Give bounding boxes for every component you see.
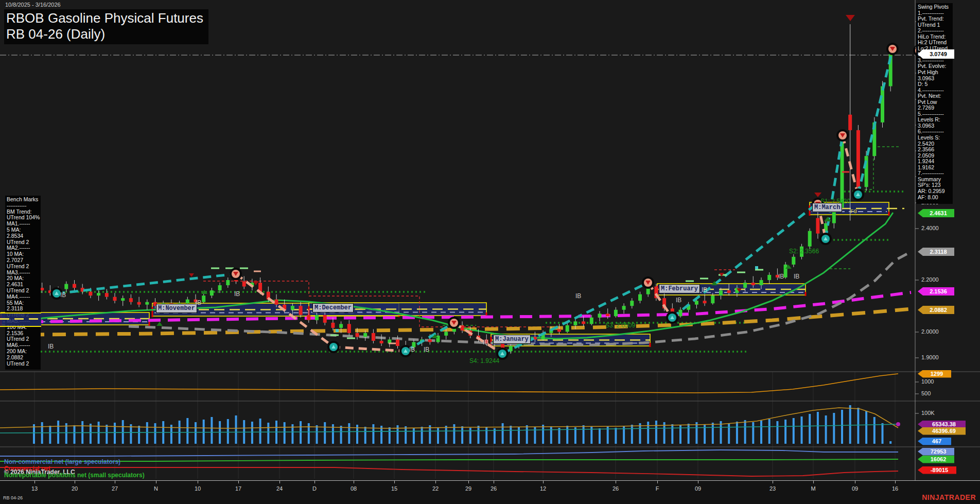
month-band-label: M:December bbox=[312, 303, 354, 312]
cot-noncommercial-line bbox=[0, 450, 898, 456]
swing-pivots-line: Swing Pivots bbox=[918, 4, 953, 10]
time-axis-tick bbox=[543, 481, 544, 483]
sell-triangle-marker bbox=[814, 193, 821, 197]
time-axis-label: 13 bbox=[31, 485, 38, 492]
candle-body bbox=[105, 293, 109, 297]
candle-body bbox=[347, 324, 351, 333]
price-marker-box: 467 bbox=[918, 438, 951, 445]
candle-body bbox=[743, 283, 747, 288]
bench-marks-line: 200 MA: bbox=[7, 349, 41, 355]
candle-body bbox=[331, 323, 335, 328]
candle-body bbox=[145, 302, 149, 305]
candle-body bbox=[380, 341, 383, 343]
band-centerline bbox=[0, 318, 41, 320]
bench-marks-panel: Bench Marks-----------BM Trend:UTrend 10… bbox=[5, 196, 41, 370]
swing-pivots-line: AR: 0.2959 bbox=[918, 188, 953, 195]
candle-body bbox=[218, 285, 222, 290]
price-marker-box: 46396.69 bbox=[918, 427, 966, 435]
candle-body bbox=[590, 318, 593, 324]
candle-body bbox=[113, 297, 117, 301]
candle-body bbox=[275, 300, 278, 305]
time-axis-label: 20 bbox=[72, 485, 78, 492]
time-axis-label: M bbox=[811, 485, 815, 492]
candle-body bbox=[751, 283, 755, 285]
indicator2-line bbox=[0, 374, 898, 393]
ib-bar-label: IB bbox=[409, 346, 415, 353]
ib-bar-label: IB bbox=[48, 343, 54, 350]
support-level-label: S2: 2.3566 bbox=[789, 248, 819, 255]
ib-bar-label: IB bbox=[196, 299, 201, 306]
buy-triangle-marker bbox=[156, 322, 163, 326]
date-range-label: 10/8/2025 - 3/16/2026 bbox=[5, 2, 61, 8]
instrument-title: RBOB Gasoline Physical Futures bbox=[6, 10, 203, 26]
candle-body bbox=[784, 265, 787, 277]
swing-pivots-line: D: 5 bbox=[918, 81, 953, 88]
time-axis-tick bbox=[198, 481, 198, 483]
price-marker-box: 2.4631 bbox=[918, 209, 954, 217]
candle-body bbox=[64, 284, 68, 289]
candle-body bbox=[760, 280, 763, 285]
ib-bar-label: IB bbox=[676, 297, 681, 304]
candle-body bbox=[573, 321, 577, 325]
bench-marks-line: UTrend 2 bbox=[7, 264, 41, 270]
bench-marks-line: ----------- bbox=[7, 203, 41, 209]
axis-tick-label: 2.2000 bbox=[921, 276, 939, 283]
time-axis-tick bbox=[394, 481, 395, 483]
axis-tick-label: 1.9000 bbox=[921, 354, 939, 360]
swing-pivots-line: Levels S: bbox=[918, 135, 953, 141]
axis-tick-label: 2.4000 bbox=[921, 225, 939, 231]
support-level-label: S4: 1.9244 bbox=[469, 357, 499, 364]
candle-body bbox=[792, 257, 795, 265]
candle-body bbox=[444, 332, 448, 336]
indicator3-end-dot bbox=[896, 422, 900, 426]
time-axis-label: 24 bbox=[276, 485, 283, 492]
candle-body bbox=[566, 325, 569, 332]
candle-body bbox=[428, 339, 432, 342]
candle-body bbox=[767, 275, 771, 280]
cot-legend-label: Non-commercial net (large speculators) bbox=[4, 458, 120, 465]
time-axis-label: 16 bbox=[892, 485, 898, 492]
time-axis-label: F bbox=[656, 485, 659, 492]
sell-triangle-marker bbox=[189, 273, 194, 277]
time-axis-tick bbox=[279, 481, 280, 483]
bench-marks-line: 5 MA: bbox=[7, 227, 41, 233]
time-axis-label: 10 bbox=[195, 485, 201, 492]
candle-body bbox=[727, 290, 731, 293]
ib-bar-label: IB bbox=[424, 346, 429, 353]
candle-body bbox=[315, 315, 319, 320]
time-axis-tick bbox=[616, 481, 616, 483]
time-axis-label: 23 bbox=[769, 485, 776, 492]
candle-body bbox=[226, 280, 230, 285]
contract-title: RB 04-26 (Daily) bbox=[6, 26, 203, 42]
bench-marks-line: UTrend 2 bbox=[7, 288, 41, 294]
indicator3-teal-line bbox=[0, 424, 898, 433]
swing-pivots-line: AF: 8.00 bbox=[918, 195, 953, 201]
candle-body bbox=[582, 321, 585, 324]
time-axis-tick bbox=[494, 481, 494, 483]
price-marker-box: 2.0882 bbox=[918, 306, 954, 314]
price-marker-box: -89015 bbox=[918, 466, 956, 474]
cot-nonreportable-line bbox=[0, 459, 898, 461]
time-axis-tick bbox=[813, 481, 814, 483]
october-band-overlay bbox=[0, 312, 41, 327]
month-band-label: M:January bbox=[493, 335, 531, 344]
candle-body bbox=[816, 218, 819, 234]
ib-bar-label: IB bbox=[575, 292, 581, 300]
time-axis-tick bbox=[435, 481, 436, 483]
chart-canvas[interactable] bbox=[0, 0, 980, 480]
time-axis-label: 09 bbox=[695, 485, 701, 492]
time-axis[interactable]: RB 04-26 NINJATRADER 132027N101724D08152… bbox=[0, 480, 980, 504]
bench-marks-line: UTrend 2 bbox=[7, 361, 41, 367]
ib-bar-label: IB bbox=[702, 286, 707, 293]
time-axis-label: D bbox=[312, 485, 317, 492]
swing-zigzag-line bbox=[858, 49, 892, 195]
time-axis-label: 08 bbox=[351, 485, 357, 492]
time-axis-label: 26 bbox=[612, 485, 619, 492]
time-axis-label: 29 bbox=[465, 485, 471, 492]
axis-tick-label: 500 bbox=[921, 390, 931, 396]
teal-square-marker bbox=[336, 329, 339, 332]
time-axis-label: 27 bbox=[112, 485, 118, 492]
candle-body bbox=[679, 310, 682, 317]
candle-body bbox=[186, 300, 189, 304]
price-marker-box: 3.0749 bbox=[918, 49, 954, 59]
